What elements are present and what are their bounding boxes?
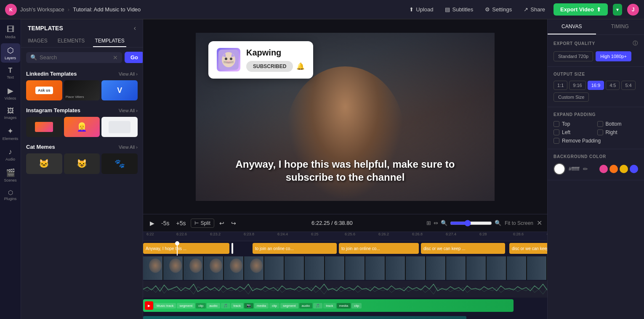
plus-5s-button[interactable]: +5s	[174, 218, 187, 228]
split-button[interactable]: ⊢ Split	[191, 219, 214, 228]
sidebar-item-scenes[interactable]: 🎬 Scenes	[1, 166, 20, 185]
size-1-1[interactable]: 1:1	[554, 81, 567, 90]
settings-button[interactable]: ⚙ Settings	[482, 4, 515, 15]
sidebar-item-audio[interactable]: ♪ Audio	[1, 145, 20, 164]
right-tabs: CANVAS TIMING	[548, 19, 644, 35]
video-track[interactable]	[143, 256, 547, 281]
view-all-linkedin[interactable]: View All ›	[119, 71, 138, 76]
tab-timing[interactable]: TIMING	[596, 19, 644, 34]
size-4-5[interactable]: 4:5	[606, 81, 620, 90]
bottom-checkbox[interactable]	[597, 121, 603, 127]
bg-edit-icon[interactable]: ✏	[583, 166, 588, 172]
padding-bottom[interactable]: Bottom	[597, 121, 639, 127]
export-button[interactable]: Export Video ⬆	[554, 3, 608, 16]
subtitle-segment[interactable]: to join an online co...	[339, 243, 419, 254]
sidebar-item-label: Plugins	[4, 197, 17, 201]
subtitles-button[interactable]: ▤ Subtitles	[442, 4, 476, 15]
template-item[interactable]: Place Villers	[64, 80, 100, 100]
output-size-section: OUTPUT SIZE 1:1 9:16 16:9 4:5 5:4 Custom…	[548, 67, 644, 107]
view-all-cat-memes[interactable]: View All ›	[119, 145, 138, 150]
template-item[interactable]: Ask us	[26, 80, 62, 100]
upload-button[interactable]: ⬆ Upload	[406, 4, 436, 15]
color-dots	[599, 165, 638, 173]
tab-elements[interactable]: ELEMENTS	[56, 35, 87, 47]
left-checkbox[interactable]	[554, 129, 559, 135]
zoom-slider[interactable]	[450, 220, 492, 227]
sidebar-item-videos[interactable]: ▶ Videos	[1, 84, 20, 103]
sidebar-item-images[interactable]: 🖼 Images	[1, 105, 20, 122]
top-checkbox[interactable]	[554, 121, 559, 127]
tab-images[interactable]: IMAGES	[26, 35, 49, 47]
workspace-link[interactable]: Josh's Workspace	[20, 6, 64, 13]
tab-templates[interactable]: TEMPLATES	[93, 35, 126, 47]
undo-button[interactable]: ↩	[218, 218, 226, 228]
svg-point-1	[222, 52, 235, 67]
fit-to-screen-button[interactable]: Fit to Screen	[505, 220, 533, 226]
template-item[interactable]: 😺	[64, 153, 100, 174]
play-button[interactable]: ▶	[148, 218, 156, 228]
subtitle-segment[interactable]: disc or we can keep ...	[421, 243, 505, 254]
search-input[interactable]	[40, 54, 110, 61]
template-item[interactable]: 👱‍♀️	[64, 117, 100, 137]
color-dot-pink[interactable]	[599, 165, 608, 173]
size-9-16[interactable]: 9:16	[569, 81, 585, 90]
sidebar-item-elements[interactable]: ✦ Elements	[1, 124, 20, 143]
sidebar-item-layers[interactable]: ⬡ Layers	[1, 43, 20, 63]
zoom-controls: ⊞ ⇔ 🔍 🔍	[426, 220, 501, 227]
sidebar-item-text[interactable]: T Text	[1, 64, 20, 82]
export-quality-title: EXPORT QUALITY ⓘ	[554, 40, 638, 47]
collapse-button[interactable]: ‹	[134, 24, 136, 32]
user-avatar[interactable]: J	[627, 4, 639, 16]
standard-quality-button[interactable]: Standard 720p	[554, 51, 593, 61]
bell-icon[interactable]: 🔔	[296, 62, 305, 70]
upload-icon: ⬆	[409, 6, 414, 13]
high-quality-button[interactable]: High 1080p+	[596, 51, 631, 61]
go-button[interactable]: Go	[125, 52, 143, 63]
template-item[interactable]: 🐾	[101, 153, 138, 174]
color-dot-yellow[interactable]	[620, 165, 628, 173]
padding-top[interactable]: Top	[554, 121, 595, 127]
music-bar[interactable]: ▶ Music track segment clip audio 🎵 track…	[143, 299, 514, 312]
teal-bar[interactable]	[143, 316, 466, 319]
bg-color-swatch[interactable]	[554, 163, 565, 175]
color-dot-blue[interactable]	[630, 165, 638, 173]
sidebar-item-plugins[interactable]: ⬡ Plugins	[1, 187, 20, 203]
linkedin-templates-section: Linkedin Templates View All › Ask us Pla…	[26, 71, 138, 100]
custom-size-button[interactable]: Custom Size	[554, 92, 589, 102]
info-icon[interactable]: ⓘ	[633, 40, 638, 47]
timeline-time: 6:22.25 / 6:38.80	[311, 220, 353, 226]
padding-right[interactable]: Right	[597, 129, 639, 135]
yt-actions: SUBSCRIBED 🔔	[246, 61, 305, 72]
subtitle-segment[interactable]: disc or we can keep ...	[509, 243, 547, 254]
export-dropdown-button[interactable]: ▾	[613, 4, 622, 16]
quality-row: Standard 720p High 1080p+	[554, 51, 638, 61]
section-title: Linkedin Templates	[26, 71, 77, 77]
template-item[interactable]	[101, 117, 138, 137]
size-5-4[interactable]: 5:4	[621, 81, 635, 90]
minus-5s-button[interactable]: -5s	[160, 218, 171, 228]
subtitle-segment[interactable]: to join an online co...	[253, 243, 337, 254]
template-item[interactable]	[26, 117, 62, 137]
share-button[interactable]: ↗ Share	[520, 4, 548, 15]
view-all-instagram[interactable]: View All ›	[119, 108, 138, 113]
search-clear-icon[interactable]: ✕	[113, 54, 118, 61]
remove-padding[interactable]: Remove Padding	[554, 138, 638, 144]
scenes-icon: 🎬	[6, 168, 15, 177]
right-checkbox[interactable]	[597, 129, 603, 135]
svg-point-4	[225, 58, 227, 60]
plugins-icon: ⬡	[8, 189, 13, 196]
padding-left[interactable]: Left	[554, 129, 595, 135]
color-dot-orange[interactable]	[609, 165, 618, 173]
redo-button[interactable]: ↪	[229, 218, 238, 228]
timeline-close-button[interactable]: ✕	[537, 219, 542, 227]
tab-canvas[interactable]: CANVAS	[548, 19, 596, 34]
template-item[interactable]: 🐱	[26, 153, 62, 174]
sidebar-item-media[interactable]: 🎞 Media	[1, 23, 20, 42]
export-quality-section: EXPORT QUALITY ⓘ Standard 720p High 1080…	[548, 35, 644, 67]
subtitle-segment[interactable]: Anyway, I hope this ...	[143, 243, 229, 254]
template-item[interactable]: V	[101, 80, 138, 100]
size-16-9[interactable]: 16:9	[588, 81, 604, 90]
teal-track	[143, 314, 547, 319]
subscribe-button[interactable]: SUBSCRIBED	[246, 61, 293, 72]
remove-padding-checkbox[interactable]	[554, 138, 559, 144]
